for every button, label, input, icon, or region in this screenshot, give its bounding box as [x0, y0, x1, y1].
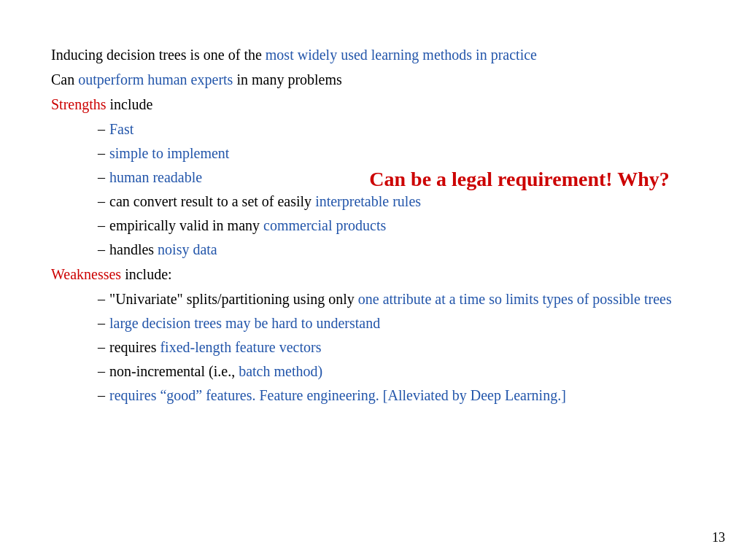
dash: –	[88, 166, 105, 188]
weakness-item-5: – requires “good” features. Feature engi…	[88, 384, 696, 406]
text-include: include	[107, 96, 153, 112]
line-weaknesses-header: Weaknesses include:	[51, 263, 696, 285]
text-requires: requires	[109, 339, 160, 355]
dash: –	[88, 118, 105, 140]
text-large-trees: large decision trees may be hard to unde…	[109, 315, 380, 331]
content: Inducing decision trees is one of the mo…	[51, 44, 696, 406]
dash: –	[88, 360, 105, 382]
weakness-text-2: large decision trees may be hard to unde…	[109, 312, 696, 334]
weaknesses-list: – "Univariate" splits/partitioning using…	[88, 288, 696, 406]
text-noisy: noisy data	[158, 241, 217, 257]
text-commercial: commercial products	[263, 217, 386, 233]
dash: –	[88, 288, 105, 310]
dash: –	[88, 142, 105, 164]
weakness-text-5: requires “good” features. Feature engine…	[109, 384, 696, 406]
strength-text-2: simple to implement	[109, 142, 696, 164]
dash: –	[88, 214, 105, 236]
strength-text-5: empirically valid in many commercial pro…	[109, 214, 696, 236]
weakness-text-4: non-incremental (i.e., batch method)	[109, 360, 696, 382]
text-convert: can convert result to a set of easily	[109, 193, 315, 209]
dash: –	[88, 384, 105, 406]
text-fixed-length: fixed-length feature vectors	[160, 339, 321, 355]
weakness-text-3: requires fixed-length feature vectors	[109, 336, 696, 358]
text-weaknesses: Weaknesses	[51, 266, 121, 282]
text-batch: batch method)	[239, 363, 322, 379]
strength-item-6: – handles noisy data	[88, 238, 696, 260]
strength-text-4: can convert result to a set of easily in…	[109, 190, 696, 212]
strength-item-1: – Fast	[88, 118, 696, 140]
dash: –	[88, 312, 105, 334]
strength-item-4: – can convert result to a set of easily …	[88, 190, 696, 212]
weakness-item-1: – "Univariate" splits/partitioning using…	[88, 288, 696, 310]
text-non-incremental: non-incremental (i.e.,	[109, 363, 239, 379]
text-fast: Fast	[109, 121, 133, 137]
weakness-item-3: – requires fixed-length feature vectors	[88, 336, 696, 358]
line-outperform: Can outperform human experts in many pro…	[51, 69, 696, 90]
text-many-problems: in many problems	[233, 71, 341, 88]
weakness-text-1: "Univariate" splits/partitioning using o…	[109, 288, 696, 310]
weakness-item-2: – large decision trees may be hard to un…	[88, 312, 696, 334]
text-outperform-blue: outperform human experts	[78, 71, 233, 88]
text-interpretable: interpretable rules	[315, 193, 421, 209]
text-good-features: requires “good” features. Feature engine…	[109, 387, 566, 403]
dash: –	[88, 190, 105, 212]
text-strengths: Strengths	[51, 96, 107, 112]
text-handles: handles	[109, 241, 158, 257]
callout-text: Can be a legal requirement! Why?	[369, 168, 669, 190]
weakness-item-4: – non-incremental (i.e., batch method)	[88, 360, 696, 382]
text-simple: simple to implement	[109, 145, 229, 161]
text-inducing-normal: Inducing decision trees is one of the	[51, 47, 266, 63]
dash: –	[88, 336, 105, 358]
text-univariate: "Univariate" splits/partitioning using o…	[109, 291, 358, 307]
strength-item-2: – simple to implement	[88, 142, 696, 164]
strength-text-1: Fast	[109, 118, 696, 140]
text-include-colon: include:	[121, 266, 171, 282]
strength-text-6: handles noisy data	[109, 238, 696, 260]
page-number: 13	[712, 530, 725, 545]
callout-box: Can be a legal requirement! Why?	[314, 168, 725, 191]
text-human-readable: human readable	[109, 169, 202, 185]
strength-item-5: – empirically valid in many commercial p…	[88, 214, 696, 236]
text-one-attribute: one attribute at a time so limits types …	[358, 291, 672, 307]
text-inducing-blue: most widely used learning methods in pra…	[266, 47, 537, 63]
text-empirically: empirically valid in many	[109, 217, 263, 233]
dash: –	[88, 238, 105, 260]
text-can: Can	[51, 71, 78, 88]
line-inducing: Inducing decision trees is one of the mo…	[51, 44, 696, 66]
line-strengths-header: Strengths include	[51, 93, 696, 115]
slide: Inducing decision trees is one of the mo…	[0, 0, 747, 560]
